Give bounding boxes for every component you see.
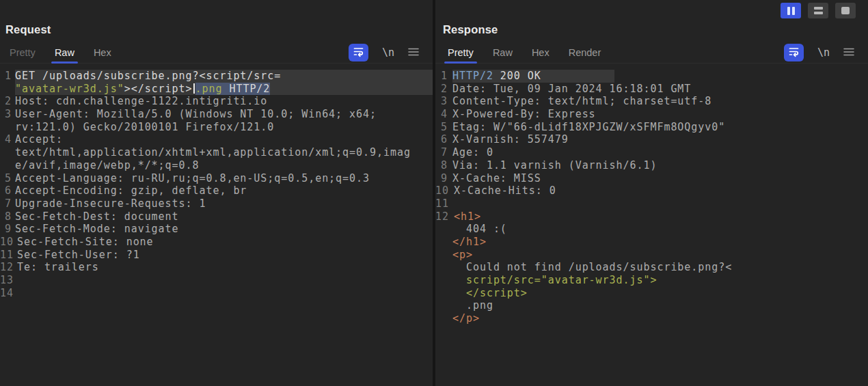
code-text: .png xyxy=(452,299,868,312)
code-text: script/src="avatar-wr3d.js"> xyxy=(452,274,868,287)
line-number xyxy=(0,83,15,96)
response-tab-hex[interactable]: Hex xyxy=(522,42,559,63)
single-layout-icon xyxy=(841,7,850,14)
code-text: X-Varnish: 557479 xyxy=(452,133,868,146)
response-tab-raw[interactable]: Raw xyxy=(483,42,522,63)
line-number xyxy=(0,159,15,172)
request-panel: Request PrettyRawHex \n xyxy=(0,0,433,386)
code-line: 6X-Varnish: 557479 xyxy=(435,133,868,146)
line-number xyxy=(435,223,452,236)
line-number: 1 xyxy=(435,70,452,83)
code-text: "avatar-wr3d.js"></script>.png HTTP/2 xyxy=(15,83,433,96)
code-line: 404 :( xyxy=(435,223,868,236)
response-tab-pretty[interactable]: Pretty xyxy=(438,42,483,63)
hamburger-menu-icon xyxy=(843,47,854,59)
line-number: 10 xyxy=(435,184,454,197)
code-line: 2Host: cdn.challenge-1122.intigriti.io xyxy=(0,95,433,108)
code-line: 8Via: 1.1 varnish (Varnish/6.1) xyxy=(435,159,868,172)
code-line: e/avif,image/webp,*/*;q=0.8 xyxy=(0,159,433,172)
code-line: 4X-Powered-By: Express xyxy=(435,108,868,121)
line-number: 8 xyxy=(435,159,452,172)
code-text: Content-Type: text/html; charset=utf-8 xyxy=(452,95,868,108)
code-text: Te: trailers xyxy=(17,261,433,274)
code-line: 3Content-Type: text/html; charset=utf-8 xyxy=(435,95,868,108)
request-wrap-lines-button[interactable] xyxy=(349,44,368,61)
code-line: 1GET /uploads/subscribe.png?<script/src= xyxy=(0,70,433,83)
code-text: 404 :( xyxy=(452,223,868,236)
response-tabbar: PrettyRawHexRender \n xyxy=(435,42,868,64)
line-number: 1 xyxy=(0,70,15,83)
response-tab-actions: \n xyxy=(784,44,854,61)
code-text: Sec-Fetch-Mode: navigate xyxy=(15,223,433,236)
line-number: 5 xyxy=(435,121,452,134)
layout-switcher xyxy=(781,3,856,18)
line-number: 11 xyxy=(435,197,454,210)
line-number: 6 xyxy=(0,184,15,197)
code-text: rv:121.0) Gecko/20100101 Firefox/121.0 xyxy=(15,121,433,134)
request-editor[interactable]: 1GET /uploads/subscribe.png?<script/src=… xyxy=(0,64,433,386)
line-number: 2 xyxy=(0,95,15,108)
code-text: Sec-Fetch-Site: none xyxy=(17,236,433,249)
code-line: 12Te: trailers xyxy=(0,261,433,274)
code-text: Sec-Fetch-User: ?1 xyxy=(17,249,433,262)
request-tab-hex[interactable]: Hex xyxy=(84,42,121,63)
request-tab-pretty[interactable]: Pretty xyxy=(0,42,45,63)
code-line: 8Sec-Fetch-Dest: document xyxy=(0,210,433,223)
code-text xyxy=(17,287,433,300)
line-number: 2 xyxy=(435,83,452,96)
request-menu-button[interactable] xyxy=(408,47,419,59)
layout-rows-button[interactable] xyxy=(808,3,828,18)
line-number xyxy=(0,146,15,159)
line-number: 4 xyxy=(0,133,15,146)
line-number: 3 xyxy=(0,108,15,121)
request-tab-raw[interactable]: Raw xyxy=(45,42,84,63)
code-text xyxy=(17,274,433,287)
line-number: 10 xyxy=(0,236,17,249)
layout-columns-button[interactable] xyxy=(781,3,801,18)
code-text: <h1> xyxy=(454,210,868,223)
code-text: Accept-Encoding: gzip, deflate, br xyxy=(15,184,433,197)
code-text: Accept: xyxy=(15,133,433,146)
line-number: 3 xyxy=(435,95,452,108)
code-line: rv:121.0) Gecko/20100101 Firefox/121.0 xyxy=(0,121,433,134)
word-wrap-icon xyxy=(353,46,364,59)
response-wrap-lines-button[interactable] xyxy=(784,44,804,61)
request-tab-actions: \n xyxy=(349,44,419,61)
request-newline-toggle[interactable]: \n xyxy=(382,46,394,59)
response-tab-render[interactable]: Render xyxy=(559,42,611,63)
code-text: Via: 1.1 varnish (Varnish/6.1) xyxy=(452,159,868,172)
line-number xyxy=(435,236,452,249)
line-number: 4 xyxy=(435,108,452,121)
line-number: 7 xyxy=(435,146,452,159)
code-text: Age: 0 xyxy=(452,146,868,159)
code-line: 2Date: Tue, 09 Jan 2024 16:18:01 GMT xyxy=(435,83,868,96)
code-line: 5Etag: W/"66-dLidf18XPJGZW/xSFMFm8OQgyv0… xyxy=(435,121,868,134)
rows-layout-icon xyxy=(814,7,823,14)
code-text: User-Agent: Mozilla/5.0 (Windows NT 10.0… xyxy=(15,108,433,121)
code-text: GET /uploads/subscribe.png?<script/src= xyxy=(15,70,433,83)
line-number: 9 xyxy=(0,223,15,236)
line-number xyxy=(435,287,452,300)
response-newline-toggle[interactable]: \n xyxy=(817,46,830,59)
code-text: X-Cache-Hits: 0 xyxy=(454,184,868,197)
code-text: Etag: W/"66-dLidf18XPJGZW/xSFMFm8OQgyv0" xyxy=(452,121,868,134)
code-text: HTTP/2 200 OK xyxy=(452,70,868,83)
code-line: 7Upgrade-Insecure-Requests: 1 xyxy=(0,197,433,210)
line-number: 6 xyxy=(435,133,452,146)
response-menu-button[interactable] xyxy=(843,47,854,59)
code-text: X-Cache: MISS xyxy=(452,172,868,185)
code-line: 5Accept-Language: ru-RU,ru;q=0.8,en-US;q… xyxy=(0,172,433,185)
code-line: script/src="avatar-wr3d.js"> xyxy=(435,274,868,287)
response-editor[interactable]: 1HTTP/2 200 OK2Date: Tue, 09 Jan 2024 16… xyxy=(435,64,868,386)
code-line: 3User-Agent: Mozilla/5.0 (Windows NT 10.… xyxy=(0,108,433,121)
code-line: 13 xyxy=(0,274,433,287)
hamburger-menu-icon xyxy=(408,47,419,59)
code-line: 10X-Cache-Hits: 0 xyxy=(435,184,868,197)
code-line: 12<h1> xyxy=(435,210,868,223)
code-text: Sec-Fetch-Dest: document xyxy=(15,210,433,223)
code-line: <p> xyxy=(435,249,868,262)
code-text: X-Powered-By: Express xyxy=(452,108,868,121)
layout-single-button[interactable] xyxy=(835,3,856,18)
code-text: Date: Tue, 09 Jan 2024 16:18:01 GMT xyxy=(452,83,868,96)
code-line: 1HTTP/2 200 OK xyxy=(435,70,868,83)
